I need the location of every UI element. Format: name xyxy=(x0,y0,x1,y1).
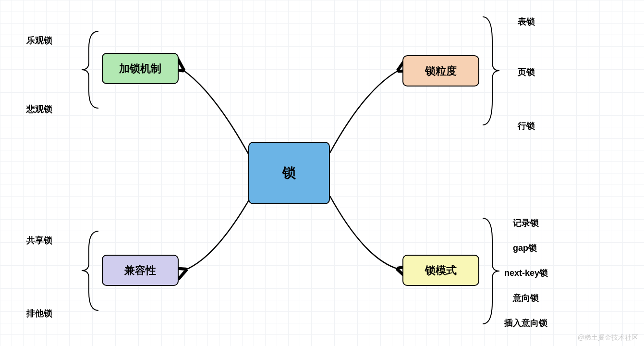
branch-lock-granularity: 锁粒度 xyxy=(402,55,479,86)
branch-lock-mechanism: 加锁机制 xyxy=(102,53,179,84)
branch-lock-mode: 锁模式 xyxy=(402,255,479,286)
leaf-page-lock: 页锁 xyxy=(518,66,535,78)
leaf-pessimistic-lock: 悲观锁 xyxy=(26,103,52,115)
leaf-exclusive-lock: 排他锁 xyxy=(26,308,52,319)
brace-tl xyxy=(79,29,98,111)
leaf-record-lock: 记录锁 xyxy=(513,217,539,229)
leaf-next-key-lock: next-key锁 xyxy=(504,267,548,279)
brace-tr xyxy=(483,14,502,127)
branch-compatibility: 兼容性 xyxy=(102,255,179,286)
leaf-optimistic-lock: 乐观锁 xyxy=(26,35,52,46)
leaf-row-lock: 行锁 xyxy=(518,120,535,132)
leaf-gap-lock: gap锁 xyxy=(513,242,537,254)
branch-label: 加锁机制 xyxy=(119,62,161,76)
leaf-table-lock: 表锁 xyxy=(518,16,535,27)
watermark: @稀土掘金技术社区 xyxy=(578,334,638,342)
brace-br xyxy=(483,216,502,326)
leaf-shared-lock: 共享锁 xyxy=(26,235,52,246)
center-label: 锁 xyxy=(282,164,296,182)
branch-label: 锁粒度 xyxy=(425,64,457,78)
center-node: 锁 xyxy=(248,142,330,204)
branch-label: 锁模式 xyxy=(425,263,457,278)
leaf-intent-lock: 意向锁 xyxy=(513,292,539,304)
branch-label: 兼容性 xyxy=(124,263,156,278)
brace-bl xyxy=(79,229,98,313)
leaf-insert-intent-lock: 插入意向锁 xyxy=(504,317,547,329)
